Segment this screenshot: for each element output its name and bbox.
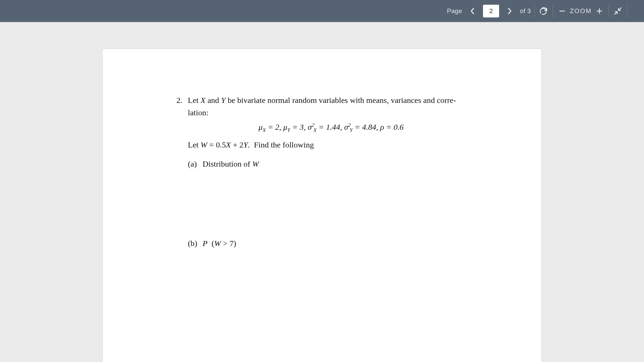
problem-body: Let X and Y be bivariate normal random v… (188, 96, 474, 248)
fullscreen-collapse-button[interactable] (612, 5, 624, 17)
page-number-input[interactable] (483, 5, 499, 17)
reload-button[interactable] (538, 5, 549, 17)
page-total-label: of 3 (520, 7, 531, 15)
reload-icon (540, 7, 548, 15)
w-definition: Let W = 0.5X + 2Y. Find the following (188, 140, 474, 149)
problem-number: 2. (173, 96, 182, 248)
part-b-label: (b) (188, 239, 199, 248)
zoom-label: ZOOM (570, 7, 592, 15)
chevron-right-icon (507, 8, 512, 14)
part-b: (b) P(W > 7) (188, 239, 474, 248)
chevron-left-icon (470, 8, 475, 14)
parameters-equation: μX = 2, μY = 3, σ2X = 1.44, σ2Y = 4.84, … (188, 122, 474, 133)
part-b-text: P (203, 239, 208, 248)
toolbar-separator (608, 5, 609, 17)
next-page-button[interactable] (504, 5, 515, 17)
toolbar-separator (627, 5, 627, 17)
zoom-in-button[interactable] (594, 5, 605, 17)
toolbar-separator (553, 5, 553, 17)
problem-block: 2. Let X and Y be bivariate normal rando… (173, 96, 474, 248)
zoom-out-button[interactable] (556, 5, 568, 17)
intro-text-line2: lation: (188, 108, 474, 117)
page-label: Page (447, 7, 463, 15)
pdf-toolbar: Page of 3 ZOOM (0, 0, 644, 22)
part-a-label: (a) (188, 160, 199, 169)
minus-icon (559, 8, 566, 14)
page-nav-group: Page of 3 (447, 5, 531, 17)
document-viewport[interactable]: 2. Let X and Y be bivariate normal rando… (0, 22, 644, 362)
prev-page-button[interactable] (467, 5, 478, 17)
plus-icon (596, 8, 603, 14)
part-a-text: Distribution of W (203, 160, 259, 169)
pdf-page: 2. Let X and Y be bivariate normal rando… (102, 49, 542, 362)
part-a: (a) Distribution of W (188, 160, 474, 169)
toolbar-separator (534, 5, 535, 17)
collapse-icon (614, 7, 622, 15)
intro-text-line1: Let X and Y be bivariate normal random v… (188, 96, 474, 105)
